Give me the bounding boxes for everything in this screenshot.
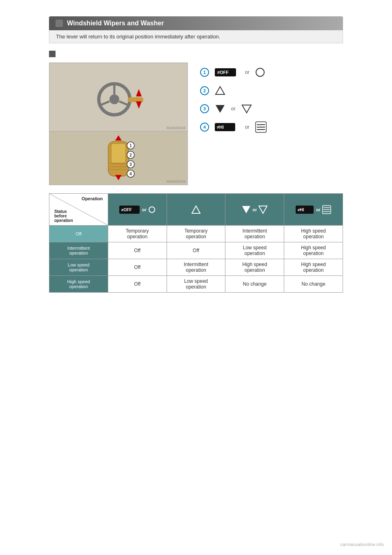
row-status-high-speed: High speedoperation (49, 276, 108, 293)
section-indicator (49, 51, 56, 57)
col-header-hi-content: ≠HI or (287, 205, 339, 214)
cell-low-up: Intermittentoperation (167, 259, 225, 276)
col-header-down-content: or (229, 205, 281, 214)
icon-off-badge: ≠OFF (215, 67, 239, 78)
or-text-3: or (231, 106, 236, 112)
svg-text:≠HI: ≠HI (298, 208, 304, 212)
icon-row-4: 4 ≠HI or (200, 121, 343, 133)
col-circle-svg (148, 206, 156, 213)
cell-low-down: High speedoperation (225, 259, 284, 276)
svg-text:≠OFF: ≠OFF (217, 70, 229, 75)
svg-marker-13 (115, 135, 122, 141)
col-header-hi: ≠HI or (284, 194, 343, 226)
svg-marker-6 (136, 89, 142, 96)
diagram-area: IN43G5019 (49, 63, 188, 185)
svg-marker-39 (192, 206, 200, 213)
page-title: Windshield Wipers and Washer (67, 20, 164, 27)
icon-circle-1 (255, 67, 265, 77)
cell-off-hi: High speedoperation (284, 226, 343, 242)
table-row-intermittent: Intermittentoperation Off Off Low speedo… (49, 242, 343, 259)
lever-svg: 1 2 3 4 (94, 133, 143, 182)
icon-row-2: 2 (200, 85, 343, 96)
cell-off-off: Temporaryoperation (108, 226, 167, 242)
lever-container: 1 2 3 4 (94, 133, 143, 184)
cell-low-hi: High speedoperation (284, 259, 343, 276)
icon-hi-alt (255, 121, 267, 133)
row-status-low-speed: Low speedoperation (49, 259, 108, 276)
cell-int-off: Off (108, 242, 167, 259)
col-header-down: or (225, 194, 284, 226)
circle-num-2: 2 (200, 86, 209, 95)
icon-triangle-down-filled (215, 103, 225, 114)
col-up-triangle-svg (192, 205, 200, 214)
image-code-label: IN43G5019 (167, 126, 185, 130)
svg-point-38 (149, 207, 155, 213)
col-or-1: or (142, 207, 147, 212)
or-text-1: or (245, 69, 249, 75)
col-down-filled-svg (242, 205, 251, 214)
svg-text:≠OFF: ≠OFF (121, 208, 131, 212)
diagonal-line-svg (49, 194, 108, 225)
table-row-high-speed: High speedoperation Off Low speedoperati… (49, 276, 343, 293)
banner-icon (56, 20, 63, 27)
icons-panel: 1 ≠OFF or 2 3 (200, 63, 343, 133)
table-row-off: Off Temporaryoperation Temporaryoperatio… (49, 226, 343, 242)
svg-marker-41 (259, 206, 267, 213)
svg-text:2: 2 (129, 153, 132, 157)
cell-high-up: Low speedoperation (167, 276, 225, 293)
svg-marker-7 (136, 101, 142, 109)
row-status-intermittent: Intermittentoperation (49, 242, 108, 259)
diagram-image-code: IN43G5019 (167, 179, 185, 184)
col-header-up (167, 194, 225, 226)
table-row-low-speed: Low speedoperation Off Intermittentopera… (49, 259, 343, 276)
circle-num-4: 4 (200, 123, 209, 132)
footer-watermark: carmanualsonline.info (340, 542, 384, 547)
col-header-up-content (170, 205, 222, 214)
icon-triangle-down-outline (241, 103, 252, 114)
col-hi-badge-svg: ≠HI (296, 205, 314, 214)
svg-text:1: 1 (129, 143, 132, 148)
cell-off-up: Temporaryoperation (167, 226, 225, 242)
circle-num-3: 3 (200, 104, 209, 113)
cell-high-off: Off (108, 276, 167, 293)
page-wrapper: Windshield Wipers and Washer The lever w… (0, 0, 392, 555)
col-hi-alt-svg (322, 205, 331, 214)
diagonal-header-cell: Operation Statusbeforeoperation (49, 194, 108, 226)
svg-point-1 (109, 94, 119, 104)
svg-marker-27 (216, 105, 225, 113)
col-down-outline-svg (258, 205, 267, 214)
cell-off-down: Intermittentoperation (225, 226, 284, 242)
col-or-4: or (316, 207, 321, 212)
cell-high-hi: No change (284, 276, 343, 293)
col-header-off-content: ≠OFF or (111, 205, 163, 214)
svg-line-3 (100, 101, 109, 105)
diagram-image: IN43G5019 (49, 63, 188, 185)
circle-num-1: 1 (200, 68, 209, 77)
cell-int-up: Off (167, 242, 225, 259)
cell-int-down: Low speedoperation (225, 242, 284, 259)
svg-text:3: 3 (129, 162, 132, 167)
svg-marker-28 (242, 105, 251, 113)
svg-line-35 (49, 194, 108, 225)
svg-text:4: 4 (129, 172, 132, 176)
header-banner: Windshield Wipers and Washer (49, 16, 343, 30)
or-text-4: or (245, 124, 249, 130)
row-status-off: Off (49, 226, 108, 242)
steering-wheel-svg (92, 77, 145, 118)
cell-low-off: Off (108, 259, 167, 276)
diagram-lower: 1 2 3 4 IN43G5019 (49, 132, 187, 185)
svg-point-25 (256, 68, 264, 76)
col-or-3: or (252, 207, 257, 212)
col-header-off: ≠OFF or (108, 194, 167, 226)
icon-hi-badge: ≠HI (215, 121, 239, 133)
svg-rect-9 (111, 143, 126, 163)
col-off-badge-svg: ≠OFF (119, 205, 140, 214)
icon-triangle-up (215, 85, 225, 96)
wiper-operation-table: Operation Statusbeforeoperation ≠OFF or (49, 193, 343, 293)
svg-marker-26 (216, 87, 225, 94)
table-section: Operation Statusbeforeoperation ≠OFF or (49, 193, 343, 293)
icon-row-1: 1 ≠OFF or (200, 67, 343, 78)
svg-marker-40 (242, 206, 250, 213)
diagram-upper: IN43G5019 (49, 63, 187, 132)
svg-marker-14 (115, 175, 122, 180)
